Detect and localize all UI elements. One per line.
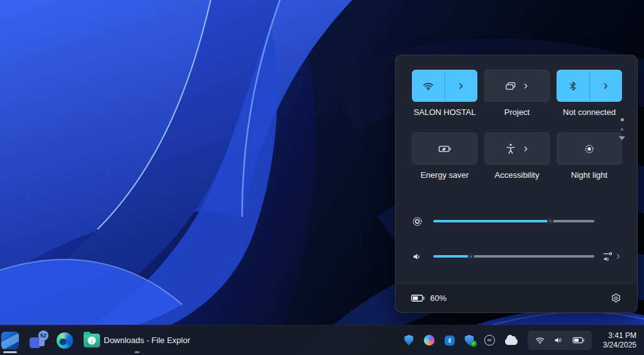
project-tile-cell: Project	[484, 70, 550, 117]
brightness-icon	[409, 215, 425, 228]
outlook-running-indicator	[3, 351, 17, 353]
bluetooth-expand-button[interactable]	[590, 70, 622, 101]
teams-icon: 52	[30, 332, 46, 349]
volume-slider-thumb[interactable]	[468, 253, 474, 259]
volume-slider-fill	[433, 255, 469, 258]
quick-settings-footer: 60%	[396, 283, 637, 312]
edge-icon	[57, 332, 73, 349]
download-arrow-icon: ↓	[88, 336, 96, 344]
bluetooth-tile-label: Not connected	[563, 107, 616, 117]
accessibility-tile-cell: Accessibility	[484, 133, 550, 180]
creative-cloud-tray-button[interactable]: ∞	[484, 335, 495, 346]
brightness-slider-thumb[interactable]	[547, 218, 553, 224]
wifi-icon	[422, 80, 435, 92]
shield-icon	[404, 335, 414, 346]
bluetooth-toggle-button[interactable]	[557, 70, 590, 101]
taskbar-apps: 52 ↓ Downloads - File Explor	[0, 325, 201, 355]
volume-row	[409, 245, 622, 268]
clock-time: 3:41 PM	[603, 331, 636, 341]
project-icon	[504, 80, 517, 92]
tray-battery-icon	[572, 336, 585, 344]
brightness-slider-fill	[433, 220, 548, 222]
taskbar: 52 ↓ Downloads - File Explor	[0, 325, 644, 355]
tray-volume-icon	[553, 335, 564, 346]
taskbar-teams-button[interactable]: 52	[30, 325, 46, 355]
brightness-slider[interactable]	[433, 220, 594, 222]
bluetooth-tray-button[interactable]	[445, 336, 455, 346]
settings-button[interactable]	[610, 292, 622, 304]
pager-expand-arrow-icon[interactable]	[619, 136, 625, 140]
taskbar-tray: ✓ ∞ 3:41 PM	[404, 325, 644, 355]
pager-dot-current	[621, 118, 624, 121]
tray-wifi-icon	[535, 335, 545, 346]
energy-saver-tile-cell: Energy saver	[412, 133, 477, 180]
outlook-icon	[1, 332, 19, 349]
taskbar-clock[interactable]: 3:41 PM 3/24/2025	[603, 331, 636, 350]
chevron-right-icon	[457, 82, 465, 90]
quick-settings-panel: SALON HOSTAL Project	[395, 55, 638, 313]
battery-status[interactable]: 60%	[411, 293, 447, 303]
wifi-tile	[412, 70, 477, 102]
battery-icon	[411, 293, 425, 303]
onedrive-tray-button[interactable]	[505, 336, 518, 345]
onedrive-cloud-icon	[505, 338, 518, 345]
gear-icon	[610, 292, 622, 304]
file-explorer-running-indicator	[135, 351, 140, 353]
windows-security-tray-button[interactable]	[404, 335, 414, 346]
night-light-tile-cell: Night light	[557, 133, 622, 180]
bluetooth-tile	[557, 70, 622, 102]
taskbar-file-explorer-button[interactable]: ↓ Downloads - File Explor	[84, 325, 190, 355]
brightness-row	[409, 210, 622, 232]
bluetooth-tray-icon	[445, 336, 455, 346]
pager-dot	[621, 128, 623, 131]
project-tile[interactable]	[484, 70, 550, 102]
bluetooth-icon	[567, 80, 579, 92]
wifi-toggle-button[interactable]	[413, 70, 445, 101]
antivirus-tray-button[interactable]: ✓	[465, 335, 474, 346]
wifi-tile-cell: SALON HOSTAL	[412, 70, 477, 117]
quick-settings-tray-button[interactable]	[528, 330, 592, 350]
energy-saver-icon	[438, 142, 452, 156]
copilot-icon	[424, 335, 435, 346]
quick-settings-tiles: SALON HOSTAL Project	[412, 70, 622, 180]
volume-slider[interactable]	[433, 255, 594, 258]
taskbar-edge-button[interactable]	[57, 325, 73, 355]
accessibility-icon	[504, 143, 517, 155]
night-light-tile-label: Night light	[571, 170, 608, 180]
bluetooth-tile-cell: Not connected	[557, 70, 622, 117]
check-icon: ✓	[470, 341, 477, 347]
energy-saver-tile-label: Energy saver	[421, 170, 469, 180]
night-light-tile[interactable]	[557, 133, 622, 165]
tiles-pager	[619, 118, 625, 140]
creative-cloud-icon: ∞	[484, 335, 495, 346]
chevron-right-icon	[601, 82, 610, 90]
wifi-expand-button[interactable]	[445, 70, 477, 101]
accessibility-tile-label: Accessibility	[495, 170, 540, 180]
project-tile-label: Project	[504, 107, 530, 117]
chevron-right-icon	[522, 82, 530, 90]
chevron-right-icon	[522, 145, 530, 153]
desktop: SALON HOSTAL Project	[0, 0, 644, 355]
teams-notification-badge: 52	[38, 330, 48, 341]
audio-output-button[interactable]	[594, 250, 622, 263]
audio-output-icon	[602, 250, 614, 263]
accessibility-tile[interactable]	[484, 133, 550, 165]
taskbar-outlook-button[interactable]	[1, 325, 19, 355]
volume-icon[interactable]	[409, 251, 425, 263]
file-explorer-downloads-icon: ↓	[84, 334, 100, 347]
battery-percent-label: 60%	[430, 293, 447, 303]
active-window-title: Downloads - File Explor	[104, 336, 190, 345]
wifi-tile-label: SALON HOSTAL	[414, 107, 476, 117]
clock-date: 3/24/2025	[603, 341, 636, 350]
night-light-icon	[583, 143, 596, 155]
energy-saver-tile[interactable]	[412, 133, 477, 165]
chevron-right-icon	[614, 253, 622, 260]
copilot-tray-button[interactable]	[424, 335, 435, 346]
